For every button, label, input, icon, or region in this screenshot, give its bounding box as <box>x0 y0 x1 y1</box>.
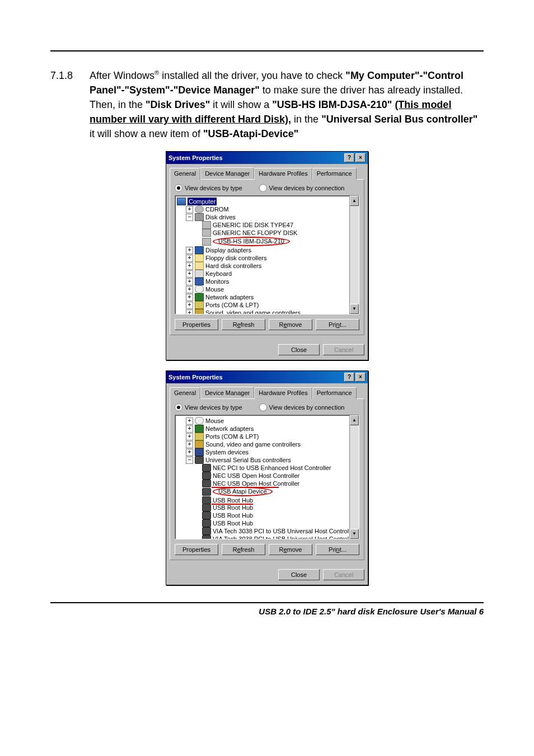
tree-label: USB-HS IBM-DJSA-210 <box>218 238 284 245</box>
tree-item-display[interactable]: +Display adapters <box>177 246 357 254</box>
tab-general[interactable]: General <box>170 168 200 180</box>
tab-hardware-profiles[interactable]: Hardware Profiles <box>254 168 312 180</box>
tree-label: Universal Serial Bus controllers <box>205 456 291 464</box>
expand-icon[interactable]: + <box>186 270 193 278</box>
expand-icon[interactable]: + <box>186 433 193 440</box>
tab-device-manager[interactable]: Device Manager <box>200 167 254 179</box>
collapse-icon[interactable]: − <box>186 457 193 464</box>
tree-item-disk-drives[interactable]: −Disk drives <box>177 213 357 221</box>
tree-item-generic-ide[interactable]: GENERIC IDE DISK TYPE47 <box>177 221 357 229</box>
tree-item-sound[interactable]: +Sound, video and game controllers <box>177 440 357 448</box>
tree-item-keyboard[interactable]: +Keyboard <box>177 270 357 278</box>
scrollbar[interactable]: ▲ ▼ <box>349 196 359 314</box>
properties-button[interactable]: Properties <box>175 544 218 555</box>
tree-item-mouse[interactable]: +Mouse <box>177 417 357 425</box>
tree-item-root-hub-3[interactable]: USB Root Hub <box>177 511 357 519</box>
device-tree[interactable]: +Mouse +Network adapters +Ports (COM & L… <box>175 415 359 539</box>
tree-item-ports[interactable]: +Ports (COM & LPT) <box>177 301 357 309</box>
print-button[interactable]: Print... <box>316 544 359 555</box>
tree-item-root-hub-1[interactable]: USB Root Hub <box>177 496 357 504</box>
computer-icon <box>177 198 186 205</box>
expand-icon[interactable]: + <box>186 425 193 433</box>
scroll-down-button[interactable]: ▼ <box>350 529 359 539</box>
tree-label: USB Atapi Device <box>218 488 267 495</box>
tree-item-usb-controllers[interactable]: −Universal Serial Bus controllers <box>177 456 357 464</box>
print-button[interactable]: Print... <box>316 319 359 330</box>
expand-icon[interactable]: + <box>186 255 193 262</box>
help-button[interactable]: ? <box>344 373 354 382</box>
tree-item-cdrom[interactable]: +CDROM <box>177 205 357 213</box>
scroll-up-button[interactable]: ▲ <box>350 196 359 206</box>
device-tree[interactable]: Computer +CDROM −Disk drives GENERIC IDE… <box>175 195 359 314</box>
tree-item-computer[interactable]: Computer <box>177 198 357 205</box>
tree-item-monitors[interactable]: +Monitors <box>177 278 357 285</box>
tree-item-usb-hs-ibm[interactable]: USB-HS IBM-DJSA-210 <box>177 237 357 246</box>
expand-icon[interactable]: + <box>186 262 193 270</box>
radio-by-connection[interactable]: View devices by connection <box>259 403 345 411</box>
properties-button[interactable]: Properties <box>175 319 218 330</box>
scroll-down-button[interactable]: ▼ <box>350 304 359 314</box>
tree-item-hdd-ctrl[interactable]: +Hard disk controllers <box>177 262 357 270</box>
tree-item-nec-open-2[interactable]: NEC USB Open Host Controller <box>177 480 357 487</box>
close-button[interactable]: × <box>355 373 366 382</box>
tree-item-floppy-ctrl[interactable]: +Floppy disk controllers <box>177 254 357 262</box>
cdrom-icon <box>195 205 204 213</box>
tree-item-system[interactable]: +System devices <box>177 448 357 456</box>
expand-icon[interactable]: + <box>186 206 193 213</box>
expand-icon[interactable]: + <box>186 302 193 309</box>
tree-item-network[interactable]: +Network adapters <box>177 293 357 301</box>
tree-item-via-2[interactable]: VIA Tech 3038 PCI to USB Universal Host … <box>177 535 357 539</box>
scroll-track[interactable] <box>350 206 359 304</box>
tab-device-manager[interactable]: Device Manager <box>200 387 254 398</box>
tree-label: USB Root Hub <box>213 519 253 527</box>
remove-button[interactable]: Remove <box>269 319 312 330</box>
sound-icon <box>195 309 204 314</box>
tree-item-root-hub-2[interactable]: USB Root Hub <box>177 504 357 511</box>
system-properties-dialog-2: System Properties ? × General Device Man… <box>166 370 368 585</box>
dialog-footer: Close Cancel <box>166 339 368 360</box>
refresh-button[interactable]: Refresh <box>222 544 265 555</box>
tree-item-via-1[interactable]: VIA Tech 3038 PCI to USB Universal Host … <box>177 527 357 535</box>
display-icon <box>195 246 204 254</box>
tab-performance[interactable]: Performance <box>312 168 357 180</box>
tree-item-sound[interactable]: +Sound, video and game controllers <box>177 309 357 314</box>
tab-general[interactable]: General <box>170 387 200 399</box>
scroll-track[interactable] <box>350 425 359 529</box>
refresh-button[interactable]: Refresh <box>222 319 265 330</box>
expand-icon[interactable]: + <box>186 286 193 293</box>
tree-item-root-hub-4[interactable]: USB Root Hub <box>177 519 357 527</box>
scroll-up-button[interactable]: ▲ <box>350 415 359 425</box>
radio-by-type[interactable]: View devices by type <box>175 184 242 192</box>
tree-item-generic-floppy[interactable]: GENERIC NEC FLOPPY DISK <box>177 229 357 237</box>
radio-by-connection[interactable]: View devices by connection <box>259 184 345 192</box>
tab-hardware-profiles[interactable]: Hardware Profiles <box>254 387 312 399</box>
close-dialog-button[interactable]: Close <box>278 569 320 580</box>
tree-item-nec-enhanced[interactable]: NEC PCI to USB Enhanced Host Controller <box>177 464 357 472</box>
remove-button[interactable]: Remove <box>269 544 312 555</box>
collapse-icon[interactable]: − <box>186 214 193 221</box>
tree-label: GENERIC IDE DISK TYPE47 <box>213 221 293 229</box>
tree-item-mouse[interactable]: +Mouse <box>177 285 357 293</box>
tree-item-ports[interactable]: +Ports (COM & LPT) <box>177 433 357 440</box>
tree-item-nec-open-1[interactable]: NEC USB Open Host Controller <box>177 472 357 480</box>
expand-icon[interactable]: + <box>186 247 193 254</box>
close-button[interactable]: × <box>355 153 366 162</box>
tree-label: CDROM <box>205 205 229 213</box>
titlebar[interactable]: System Properties ? × <box>166 371 368 383</box>
expand-icon[interactable]: + <box>186 417 193 425</box>
expand-icon[interactable]: + <box>186 449 193 456</box>
expand-icon[interactable]: + <box>186 441 193 448</box>
close-dialog-button[interactable]: Close <box>278 344 320 355</box>
radio-by-type[interactable]: View devices by type <box>175 403 242 411</box>
expand-icon[interactable]: + <box>186 294 193 301</box>
tree-item-usb-atapi[interactable]: USB Atapi Device <box>177 487 357 496</box>
expand-icon[interactable]: + <box>186 278 193 285</box>
controller-icon <box>195 262 204 270</box>
tree-item-network[interactable]: +Network adapters <box>177 425 357 433</box>
tab-performance[interactable]: Performance <box>312 387 357 399</box>
scrollbar[interactable]: ▲ ▼ <box>349 415 359 539</box>
help-button[interactable]: ? <box>344 153 354 162</box>
expand-icon[interactable]: + <box>186 309 193 315</box>
radio-icon <box>175 184 182 192</box>
titlebar[interactable]: System Properties ? × <box>166 152 368 164</box>
